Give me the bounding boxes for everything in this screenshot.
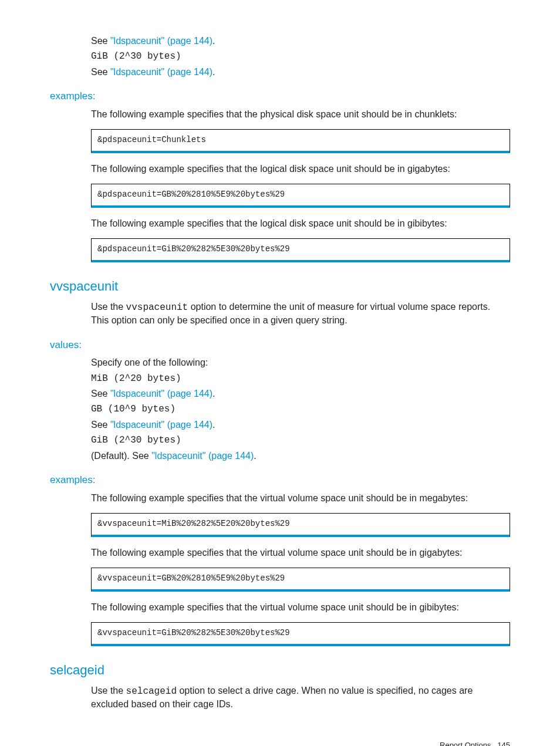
example-description: The following example specifies that the…	[91, 163, 510, 175]
section-intro: Use the vvspaceunit option to determine …	[91, 301, 510, 328]
see-reference: (Default). See "ldspaceunit" (page 144).	[91, 450, 510, 463]
value-option: GiB (2^30 bytes)	[91, 434, 510, 447]
example-description: The following example specifies that the…	[91, 108, 510, 121]
ldspaceunit-link[interactable]: "ldspaceunit" (page 144)	[110, 389, 212, 399]
section-heading-vvspaceunit: vvspaceunit	[50, 278, 510, 296]
example-description: The following example specifies that the…	[91, 546, 510, 559]
page-number: 145	[497, 741, 510, 746]
code-example: &vvspaceunit=GB%20%2810%5E9%20bytes%29	[91, 568, 510, 592]
examples-heading: examples:	[50, 89, 510, 103]
see-post: .	[212, 389, 215, 399]
example-description: The following example specifies that the…	[91, 217, 510, 230]
option-name: selcageid	[126, 686, 177, 697]
see-post: .	[254, 451, 256, 461]
see-post: .	[212, 67, 215, 77]
code-example: &vvspaceunit=GiB%20%282%5E30%20bytes%29	[91, 622, 510, 646]
option-name: vvspaceunit	[126, 302, 188, 313]
see-reference: See "ldspaceunit" (page 144).	[91, 35, 510, 48]
see-text: See	[91, 420, 110, 430]
see-post: .	[212, 420, 215, 430]
values-heading: values:	[50, 338, 510, 352]
ldspaceunit-link[interactable]: "ldspaceunit" (page 144)	[151, 451, 254, 461]
ldspaceunit-link[interactable]: "ldspaceunit" (page 144)	[110, 67, 212, 77]
see-text: See	[91, 67, 110, 77]
see-reference: See "ldspaceunit" (page 144).	[91, 418, 510, 431]
example-description: The following example specifies that the…	[91, 492, 510, 505]
section-heading-selcageid: selcageid	[50, 661, 510, 680]
ldspaceunit-link[interactable]: "ldspaceunit" (page 144)	[110, 420, 212, 430]
section-intro: Use the selcageid option to select a dri…	[91, 684, 510, 711]
code-example: &pdspaceunit=Chunklets	[91, 129, 510, 153]
code-example: &pdspaceunit=GB%20%2810%5E9%20bytes%29	[91, 184, 510, 208]
see-text: See	[91, 36, 110, 46]
page-footer: Report Options 145	[50, 740, 510, 746]
value-option: MiB (2^20 bytes)	[91, 372, 510, 385]
code-value: GiB (2^30 bytes)	[91, 50, 510, 63]
example-description: The following example specifies that the…	[91, 601, 510, 614]
examples-heading: examples:	[50, 473, 510, 487]
see-post: .	[212, 36, 215, 46]
see-text: See	[91, 389, 110, 399]
see-reference: See "ldspaceunit" (page 144).	[91, 66, 510, 79]
value-option: GB (10^9 bytes)	[91, 403, 510, 416]
intro-pre: Use the	[91, 302, 126, 312]
code-example: &pdspaceunit=GiB%20%282%5E30%20bytes%29	[91, 238, 510, 262]
code-example: &vvspaceunit=MiB%20%282%5E20%20bytes%29	[91, 513, 510, 537]
intro-pre: Use the	[91, 686, 126, 696]
see-text: (Default). See	[91, 451, 151, 461]
footer-label: Report Options	[440, 741, 491, 746]
ldspaceunit-link[interactable]: "ldspaceunit" (page 144)	[110, 36, 212, 46]
see-reference: See "ldspaceunit" (page 144).	[91, 387, 510, 400]
values-lead: Specify one of the following:	[91, 356, 510, 369]
